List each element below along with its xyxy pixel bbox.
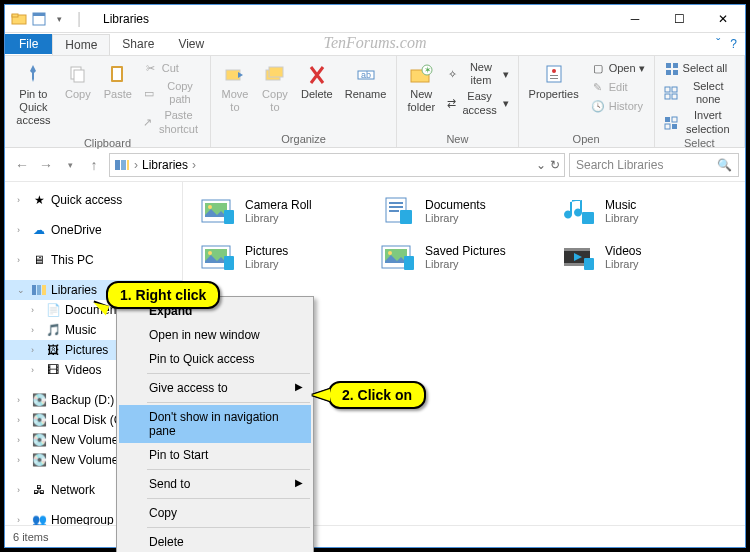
chevron-down-icon[interactable]: ⌄ (536, 158, 546, 172)
ctx-open-new-window[interactable]: Open in new window (119, 323, 311, 347)
library-item[interactable]: MusicLibrary (559, 194, 729, 228)
picture-library-icon (379, 240, 417, 274)
forward-button[interactable]: → (35, 154, 57, 176)
svg-rect-24 (665, 87, 670, 92)
easy-access-button[interactable]: ⇄Easy access ▾ (443, 89, 511, 117)
open-icon: ▢ (590, 61, 606, 77)
invert-selection-button[interactable]: Invert selection (661, 108, 738, 136)
library-sub: Library (245, 258, 288, 270)
sidebar-item-quick-access[interactable]: ›★Quick access (5, 190, 182, 210)
svg-point-50 (208, 251, 212, 255)
tab-home[interactable]: Home (52, 34, 110, 55)
ribbon-group-new: ✶New folder ✧New item ▾ ⇄Easy access ▾ N… (397, 56, 518, 147)
new-folder-icon: ✶ (409, 62, 433, 86)
separator (147, 498, 310, 499)
paste-button[interactable]: Paste (100, 60, 136, 103)
homegroup-icon: 👥 (31, 512, 47, 525)
select-all-button[interactable]: Select all (661, 60, 738, 78)
search-input[interactable]: Search Libraries 🔍 (569, 153, 739, 177)
invert-icon (664, 115, 678, 131)
picture-library-icon (199, 240, 237, 274)
drive-icon: 💽 (31, 392, 47, 408)
music-icon: 🎵 (45, 322, 61, 338)
breadcrumb[interactable]: › Libraries › ⌄ ↻ (109, 153, 565, 177)
copy-icon (66, 62, 90, 86)
ctx-delete[interactable]: Delete (119, 530, 311, 552)
copy-to-button[interactable]: Copy to (257, 60, 293, 116)
properties-icon (542, 62, 566, 86)
svg-point-40 (208, 205, 212, 209)
refresh-button[interactable]: ↻ (550, 158, 560, 172)
new-item-button[interactable]: ✧New item ▾ (443, 60, 511, 88)
libraries-icon (114, 158, 130, 172)
copy-path-button[interactable]: ▭Copy path (140, 79, 204, 107)
cut-button[interactable]: ✂Cut (140, 60, 204, 78)
svg-rect-35 (32, 285, 36, 295)
file-menu[interactable]: File (5, 34, 52, 54)
pin-quick-access-button[interactable]: Pin to Quick access (11, 60, 56, 130)
edit-button[interactable]: ✎Edit (587, 79, 648, 97)
star-icon: ★ (31, 192, 47, 208)
move-icon (223, 62, 247, 86)
svg-rect-30 (665, 124, 670, 129)
svg-rect-5 (74, 70, 84, 82)
up-button[interactable]: ↑ (83, 154, 105, 176)
library-item[interactable]: VideosLibrary (559, 240, 729, 274)
ribbon-group-clipboard: Pin to Quick access Copy Paste ✂Cut ▭Cop… (5, 56, 211, 147)
item-count: 6 items (13, 531, 48, 543)
ctx-pin-quick-access[interactable]: Pin to Quick access (119, 347, 311, 371)
select-none-button[interactable]: Select none (661, 79, 738, 107)
chevron-right-icon: ▶ (295, 381, 303, 392)
svg-rect-45 (389, 210, 399, 212)
qat-dropdown[interactable]: ▾ (51, 11, 67, 27)
ctx-send-to[interactable]: Send to▶ (119, 472, 311, 496)
qat-item[interactable] (31, 11, 47, 27)
svg-rect-8 (226, 70, 240, 80)
open-button[interactable]: ▢Open ▾ (587, 60, 648, 78)
drive-icon: 💽 (31, 452, 47, 468)
library-item[interactable]: Saved PicturesLibrary (379, 240, 549, 274)
ctx-pin-start[interactable]: Pin to Start (119, 443, 311, 467)
ctx-dont-show-nav[interactable]: Don't show in navigation pane (119, 405, 311, 443)
library-name: Saved Pictures (425, 244, 506, 258)
minimize-button[interactable]: ─ (613, 5, 657, 33)
recent-button[interactable]: ▾ (59, 154, 81, 176)
new-folder-button[interactable]: ✶New folder (403, 60, 439, 116)
svg-rect-41 (224, 210, 234, 224)
sidebar-item-onedrive[interactable]: ›☁OneDrive (5, 220, 182, 240)
svg-rect-46 (400, 210, 412, 224)
breadcrumb-segment[interactable]: Libraries (142, 158, 188, 172)
separator (147, 373, 310, 374)
scissors-icon: ✂ (143, 61, 159, 77)
paste-shortcut-button[interactable]: ↗Paste shortcut (140, 108, 204, 136)
history-button[interactable]: 🕓History (587, 98, 648, 116)
help-button[interactable]: ? (730, 37, 737, 51)
ribbon-collapse-button[interactable]: ˇ (716, 37, 720, 51)
rename-button[interactable]: abRename (341, 60, 391, 103)
delete-button[interactable]: Delete (297, 60, 337, 103)
svg-rect-23 (673, 70, 678, 75)
ribbon-group-organize: Move to Copy to Delete abRename Organize (211, 56, 397, 147)
address-bar: ← → ▾ ↑ › Libraries › ⌄ ↻ Search Librari… (5, 148, 745, 182)
ctx-copy[interactable]: Copy (119, 501, 311, 525)
back-button[interactable]: ← (11, 154, 33, 176)
svg-rect-44 (389, 206, 403, 208)
svg-rect-21 (673, 63, 678, 68)
ctx-give-access[interactable]: Give access to▶ (119, 376, 311, 400)
pc-icon: 🖥 (31, 252, 47, 268)
copy-button[interactable]: Copy (60, 60, 96, 103)
library-item[interactable]: DocumentsLibrary (379, 194, 549, 228)
sidebar-item-this-pc[interactable]: ›🖥This PC (5, 250, 182, 270)
svg-rect-28 (665, 117, 670, 122)
history-icon: 🕓 (590, 99, 606, 115)
properties-button[interactable]: Properties (525, 60, 583, 103)
library-item[interactable]: Camera RollLibrary (199, 194, 369, 228)
maximize-button[interactable]: ☐ (657, 5, 701, 33)
annotation-right-click: 1. Right click (106, 281, 220, 309)
separator (147, 402, 310, 403)
close-button[interactable]: ✕ (701, 5, 745, 33)
tab-view[interactable]: View (166, 34, 216, 54)
library-item[interactable]: PicturesLibrary (199, 240, 369, 274)
move-to-button[interactable]: Move to (217, 60, 253, 116)
tab-share[interactable]: Share (110, 34, 166, 54)
